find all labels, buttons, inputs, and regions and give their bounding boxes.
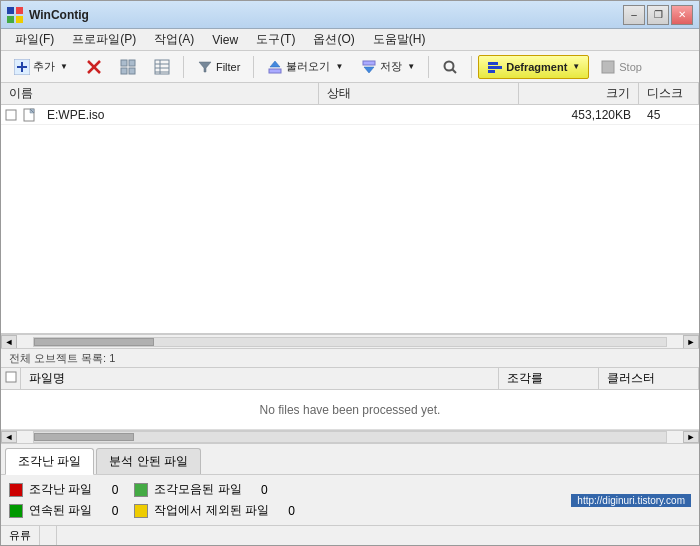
header-name: 이름 — [1, 83, 319, 104]
header-size: 크기 — [519, 83, 639, 104]
svg-rect-11 — [121, 68, 127, 74]
url-area: http://diginuri.tistory.com — [571, 494, 691, 507]
legend-excluded: 작업에서 제외된 파일 0 — [134, 502, 295, 519]
bottom-scroll-left-btn[interactable]: ◄ — [1, 431, 17, 443]
hscroll-track[interactable] — [33, 337, 667, 347]
svg-line-24 — [453, 69, 457, 73]
svg-rect-3 — [16, 16, 23, 23]
grid-button[interactable] — [113, 55, 143, 79]
stop-icon — [600, 59, 616, 75]
menu-tools[interactable]: 도구(T) — [248, 29, 303, 50]
svg-rect-1 — [16, 7, 23, 14]
empty-message: No files have been processed yet. — [260, 403, 441, 417]
hscroll-thumb[interactable] — [34, 338, 154, 346]
file-list-rows[interactable]: E:WPE.iso 453,120KB 45 — [1, 105, 699, 333]
bottom-list-empty: No files have been processed yet. — [1, 390, 699, 430]
svg-marker-20 — [270, 61, 280, 67]
status-text: 전체 오브젝트 목록: 1 — [9, 351, 115, 366]
table-icon — [154, 59, 170, 75]
grid-icon — [120, 59, 136, 75]
bottom-scroll-right-btn[interactable]: ► — [683, 431, 699, 443]
svg-point-23 — [445, 61, 454, 70]
delete-icon — [86, 59, 102, 75]
window-controls: – ❐ ✕ — [623, 5, 693, 25]
file-type-icon — [21, 108, 39, 122]
bottom-statusbar: 유류 — [1, 525, 699, 545]
bottom-status-empty — [40, 526, 57, 545]
legend-area: 조각난 파일 0 연속된 파일 0 조각모음된 파일 0 — [1, 475, 699, 525]
add-label: 추가 — [33, 59, 55, 74]
legend-contiguous-label: 연속된 파일 — [29, 502, 92, 519]
bottom-header-fragments: 조각를 — [499, 368, 599, 389]
menu-profile[interactable]: 프로파일(P) — [64, 29, 144, 50]
separator-1 — [183, 56, 184, 78]
tabs-area: 조각난 파일 분석 안된 파일 — [1, 444, 699, 475]
legend-fragmented-count: 0 — [98, 483, 118, 497]
filter-button[interactable]: Filter — [190, 55, 247, 79]
save-icon — [361, 59, 377, 75]
svg-rect-12 — [129, 68, 135, 74]
toolbar: 추가 ▼ — [1, 51, 699, 83]
filter-label: Filter — [216, 61, 240, 73]
scroll-right-btn[interactable]: ► — [683, 335, 699, 349]
load-label: 불러오기 — [286, 59, 330, 74]
defrag-button[interactable]: Defragment ▼ — [478, 55, 589, 79]
window-title: WinContig — [29, 8, 89, 22]
close-button[interactable]: ✕ — [671, 5, 693, 25]
delete-button[interactable] — [79, 55, 109, 79]
separator-3 — [428, 56, 429, 78]
main-content: 이름 상태 크기 디스크 — [1, 83, 699, 545]
menu-options[interactable]: 옵션(O) — [305, 29, 362, 50]
svg-rect-10 — [129, 60, 135, 66]
separator-2 — [253, 56, 254, 78]
search-button[interactable] — [435, 55, 465, 79]
svg-rect-26 — [488, 66, 502, 69]
menu-work[interactable]: 작업(A) — [146, 29, 202, 50]
filter-icon — [197, 59, 213, 75]
bottom-scroll-thumb[interactable] — [34, 433, 134, 441]
menu-file[interactable]: 파일(F) — [7, 29, 62, 50]
legend-fragmented-label: 조각난 파일 — [29, 481, 92, 498]
legend-consolidated-count: 0 — [248, 483, 268, 497]
header-disk: 디스크 — [639, 83, 699, 104]
svg-rect-19 — [269, 69, 281, 73]
menu-help[interactable]: 도움말(H) — [365, 29, 434, 50]
legend-excluded-box — [134, 504, 148, 518]
file-list-hscrollbar[interactable]: ◄ ► — [1, 334, 699, 348]
search-icon — [442, 59, 458, 75]
stop-button[interactable]: Stop — [593, 55, 649, 79]
legend-excluded-label: 작업에서 제외된 파일 — [154, 502, 269, 519]
add-button[interactable]: 추가 ▼ — [7, 55, 75, 79]
save-button[interactable]: 저장 ▼ — [354, 55, 422, 79]
bottom-list-header: 파일명 조각를 클러스터 — [1, 368, 699, 390]
file-status — [319, 113, 519, 117]
menu-view[interactable]: View — [204, 31, 246, 49]
bottom-scroll-track[interactable] — [33, 431, 667, 443]
file-name: E:WPE.iso — [39, 106, 319, 124]
file-list-area: 이름 상태 크기 디스크 — [1, 83, 699, 334]
tab-unanalyzed[interactable]: 분석 안된 파일 — [96, 448, 201, 474]
save-dropdown-arrow: ▼ — [407, 62, 415, 71]
load-button[interactable]: 불러오기 ▼ — [260, 55, 350, 79]
svg-rect-9 — [121, 60, 127, 66]
scroll-left-btn[interactable]: ◄ — [1, 335, 17, 349]
file-checkbox[interactable] — [1, 109, 21, 121]
minimize-button[interactable]: – — [623, 5, 645, 25]
file-size: 453,120KB — [519, 106, 639, 124]
tab-fragmented[interactable]: 조각난 파일 — [5, 448, 94, 475]
add-dropdown-arrow: ▼ — [60, 62, 68, 71]
svg-rect-33 — [6, 372, 16, 382]
file-row[interactable]: E:WPE.iso 453,120KB 45 — [1, 105, 699, 125]
legend-fragmented-box — [9, 483, 23, 497]
table-button[interactable] — [147, 55, 177, 79]
bottom-hscrollbar[interactable]: ◄ ► — [1, 430, 699, 444]
restore-button[interactable]: ❐ — [647, 5, 669, 25]
svg-rect-21 — [363, 61, 375, 65]
add-icon — [14, 59, 30, 75]
defrag-label: Defragment — [506, 61, 567, 73]
svg-rect-28 — [602, 61, 614, 73]
svg-rect-25 — [488, 62, 498, 65]
defrag-icon — [487, 59, 503, 75]
status-bar: 전체 오브젝트 목록: 1 — [1, 348, 699, 368]
legend-consolidated-label: 조각모음된 파일 — [154, 481, 241, 498]
